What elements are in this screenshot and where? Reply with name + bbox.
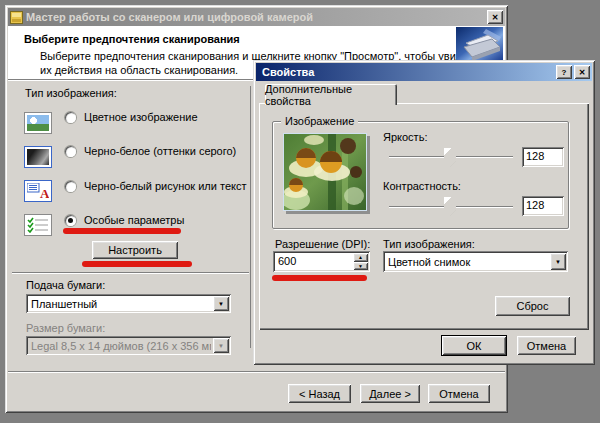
radio-color-image-label[interactable]: Цветное изображение [84, 111, 198, 123]
resolution-label: Разрешение (DPI): [275, 238, 370, 250]
wizard-footer-divider [8, 371, 505, 373]
tab-advanced-properties-label: Дополнительные свойства [265, 83, 397, 107]
brightness-slider-thumb[interactable] [444, 148, 456, 167]
contrast-value-field[interactable]: 128 [522, 196, 564, 216]
wizard-cancel-button-label: Отмена [439, 388, 478, 400]
image-groupbox: Изображение [272, 121, 569, 229]
chevron-down-icon[interactable]: ▼ [213, 296, 229, 311]
preview-pane-edge [250, 86, 251, 348]
radio-bw-text[interactable] [65, 181, 76, 192]
radio-color-image[interactable] [65, 112, 76, 123]
reset-button[interactable]: Сброс [495, 296, 570, 316]
properties-close-button[interactable]: ✕ [574, 65, 590, 79]
spin-up-icon[interactable]: ▲ [353, 253, 368, 262]
wizard-close-button[interactable]: ✕ [487, 10, 503, 24]
paper-size-label: Размер бумаги: [26, 322, 105, 334]
radio-custom-params-label[interactable]: Особые параметры [84, 214, 184, 226]
next-button-label: Далее > [369, 388, 411, 400]
highlight-underline-custom-params [63, 228, 181, 234]
resolution-value: 600 [278, 255, 296, 267]
left-panel-divider [12, 272, 249, 274]
preview-photo [283, 133, 367, 211]
grayscale-photo-icon [24, 146, 52, 168]
desktop: Мастер работы со сканером или цифровой к… [0, 0, 600, 423]
configure-button[interactable]: Настроить [92, 241, 178, 259]
resolution-input[interactable]: 600 ▲ ▼ [273, 251, 370, 272]
paper-source-select[interactable]: Планшетный ▼ [26, 294, 231, 313]
radio-custom-params[interactable] [65, 215, 76, 226]
ok-button[interactable]: ОК [441, 335, 507, 356]
wizard-title: Мастер работы со сканером или цифровой к… [23, 11, 487, 23]
wizard-header-line2: их действия на область сканирования. [40, 64, 238, 76]
paper-size-select: Legal 8,5 x 14 дюймов (216 x 356 мм) ▼ [26, 336, 231, 355]
image-group-label: Изображение [281, 115, 358, 127]
radio-bw-text-label[interactable]: Черно-белый рисунок или текст [84, 180, 246, 192]
properties-dialog: Свойства ? ✕ Дополнительные свойства Изо… [253, 60, 595, 365]
brightness-value: 128 [526, 150, 544, 162]
properties-title: Свойства [258, 66, 556, 78]
scanner-icon [456, 27, 503, 62]
close-icon: ✕ [492, 13, 499, 22]
brightness-value-field[interactable]: 128 [522, 147, 564, 167]
wizard-header-title: Выберите предпочтения сканирования [24, 33, 240, 45]
properties-cancel-button-label: Отмена [527, 340, 566, 352]
brightness-label: Яркость: [383, 131, 427, 143]
spin-down-icon[interactable]: ▼ [353, 262, 368, 271]
back-button-label: < Назад [299, 388, 340, 400]
configure-button-label: Настроить [108, 244, 162, 256]
paper-source-label: Подача бумаги: [26, 279, 105, 291]
back-button[interactable]: < Назад [288, 384, 351, 403]
radio-grayscale-image[interactable] [65, 146, 76, 157]
chevron-down-icon-disabled: ▼ [213, 338, 229, 353]
wizard-cancel-button[interactable]: Отмена [428, 384, 490, 403]
wizard-app-icon [10, 11, 23, 24]
svg-text:A: A [40, 186, 49, 199]
contrast-value: 128 [526, 199, 544, 211]
picture-type-label: Тип изображения: [383, 238, 475, 250]
help-button[interactable]: ? [556, 65, 572, 79]
chevron-down-icon[interactable]: ▼ [550, 253, 566, 270]
contrast-slider-thumb[interactable] [444, 197, 456, 216]
properties-titlebar: Свойства ? ✕ [256, 63, 592, 81]
custom-settings-icon [24, 214, 52, 236]
wizard-titlebar: Мастер работы со сканером или цифровой к… [8, 8, 505, 26]
picture-type-value: Цветной снимок [388, 256, 548, 268]
highlight-underline-configure [82, 261, 192, 267]
picture-type-select[interactable]: Цветной снимок ▼ [383, 251, 568, 272]
image-type-label: Тип изображения: [25, 87, 117, 99]
radio-grayscale-image-label[interactable]: Черно-белое (оттенки серого) [84, 145, 236, 157]
contrast-label: Контрастность: [383, 180, 461, 192]
help-icon: ? [562, 68, 567, 77]
tab-advanced-properties[interactable]: Дополнительные свойства [265, 84, 397, 105]
highlight-underline-resolution [272, 275, 367, 281]
next-button[interactable]: Далее > [360, 384, 420, 403]
reset-button-label: Сброс [517, 300, 549, 312]
document-text-icon: A [24, 180, 52, 202]
ok-button-label: ОК [467, 340, 482, 352]
paper-source-value: Планшетный [31, 298, 211, 310]
color-photo-icon [24, 112, 52, 134]
paper-size-value: Legal 8,5 x 14 дюймов (216 x 356 мм) [31, 340, 211, 352]
properties-cancel-button[interactable]: Отмена [517, 336, 576, 355]
close-icon: ✕ [579, 68, 586, 77]
